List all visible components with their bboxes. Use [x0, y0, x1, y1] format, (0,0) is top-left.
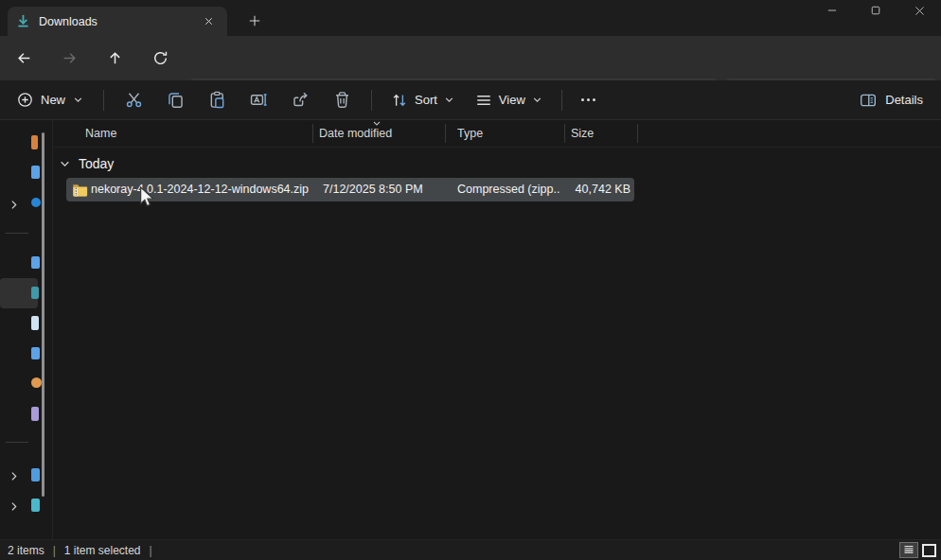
sidebar-item-documents[interactable] — [31, 316, 39, 330]
sort-button[interactable]: Sort — [381, 85, 465, 115]
file-row-selected[interactable]: nekoray-4.0.1-2024-12-12-windows64.zip 7… — [66, 178, 634, 201]
chevron-right-icon[interactable] — [9, 471, 19, 481]
toolbar-separator — [561, 90, 562, 111]
up-icon[interactable] — [99, 43, 130, 73]
new-tab-icon[interactable] — [242, 9, 267, 33]
file-name: nekoray-4.0.1-2024-12-12-windows64.zip — [91, 183, 309, 196]
file-size: 40,742 KB — [576, 183, 630, 196]
sidebar-separator — [6, 442, 28, 443]
navigation-pane — [0, 120, 53, 539]
toolbar-separator — [371, 90, 372, 111]
paste-button[interactable] — [196, 85, 238, 115]
file-type: Compressed (zipp... — [457, 183, 559, 196]
chevron-down-icon — [73, 95, 83, 105]
chevron-down-icon — [532, 95, 542, 105]
sort-label: Sort — [415, 93, 437, 107]
cut-icon — [125, 91, 143, 109]
paste-icon — [208, 91, 226, 109]
sidebar-item-music[interactable] — [31, 377, 42, 388]
tab-title: Downloads — [39, 15, 197, 28]
file-date-modified: 7/12/2025 8:50 PM — [323, 183, 423, 196]
sidebar-separator — [6, 233, 28, 234]
sidebar-item-downloads[interactable] — [31, 287, 39, 299]
details-view-icon — [903, 545, 914, 555]
selection-count: 1 item selected — [64, 544, 141, 557]
sidebar-item-onedrive[interactable] — [31, 198, 41, 207]
column-resize-handle[interactable] — [312, 124, 313, 143]
view-button[interactable]: View — [465, 85, 553, 115]
status-divider: | — [53, 544, 56, 557]
window-controls — [810, 0, 941, 21]
file-explorer-window: Downloads — [0, 0, 941, 560]
large-icons-view-toggle[interactable] — [922, 544, 936, 557]
view-list-icon — [475, 92, 492, 109]
share-button[interactable] — [279, 85, 321, 115]
chevron-down-icon[interactable] — [59, 158, 71, 170]
rename-button[interactable] — [238, 85, 279, 115]
delete-icon — [333, 91, 351, 109]
new-label: New — [41, 93, 65, 107]
sidebar-item-home[interactable] — [31, 135, 38, 149]
column-header-type[interactable]: Type — [457, 127, 483, 140]
sidebar-item-pictures[interactable] — [31, 347, 40, 359]
sidebar-item-gallery[interactable] — [31, 166, 40, 179]
chevron-right-icon[interactable] — [9, 200, 19, 210]
column-header-name[interactable]: Name — [85, 127, 116, 140]
group-header-today[interactable]: Today — [54, 152, 114, 175]
plus-circle-icon — [17, 92, 33, 108]
more-dots-icon — [581, 98, 595, 101]
sidebar-item-this-pc[interactable] — [31, 468, 40, 481]
details-label: Details — [885, 93, 923, 107]
minimize-icon[interactable] — [810, 0, 854, 21]
delete-button[interactable] — [321, 85, 363, 115]
forward-icon[interactable] — [54, 43, 84, 73]
cut-button[interactable] — [113, 85, 154, 115]
column-resize-handle[interactable] — [564, 124, 565, 143]
rename-icon — [250, 91, 268, 109]
sidebar-item-network[interactable] — [31, 499, 40, 512]
column-header-date-modified[interactable]: Date modified — [319, 127, 392, 140]
chevron-right-icon[interactable] — [9, 501, 19, 512]
maximize-icon[interactable] — [854, 0, 897, 21]
copy-icon — [167, 91, 185, 109]
view-label: View — [499, 93, 525, 107]
view-toggles — [899, 542, 936, 558]
status-divider: | — [150, 544, 152, 557]
details-pane-button[interactable]: Details — [849, 85, 933, 115]
share-icon — [292, 91, 310, 109]
tab-downloads[interactable]: Downloads — [8, 7, 227, 36]
titlebar: Downloads — [0, 0, 941, 36]
sort-icon — [391, 92, 408, 109]
group-label: Today — [79, 156, 114, 171]
close-icon[interactable] — [897, 0, 941, 21]
column-header-size[interactable]: Size — [571, 127, 594, 140]
back-icon[interactable] — [9, 43, 39, 73]
refresh-icon[interactable] — [145, 43, 175, 73]
details-view-toggle[interactable] — [899, 542, 918, 558]
sidebar-scrollbar[interactable] — [42, 132, 44, 497]
command-toolbar: New — [0, 80, 941, 120]
column-resize-handle[interactable] — [445, 124, 446, 143]
details-panel-icon — [860, 92, 877, 109]
file-list-area: Name Date modified Type Size Today — [54, 120, 941, 539]
more-options-button[interactable] — [571, 85, 607, 115]
new-button[interactable]: New — [6, 85, 95, 115]
chevron-down-icon — [444, 95, 454, 105]
sidebar-item-videos[interactable] — [31, 407, 39, 421]
column-resize-handle[interactable] — [637, 124, 638, 143]
sidebar-item-desktop[interactable] — [31, 256, 40, 269]
zip-folder-icon — [72, 182, 88, 198]
copy-button[interactable] — [154, 85, 196, 115]
navigation-bar: Downloads — [0, 36, 941, 80]
column-headers: Name Date modified Type Size — [54, 120, 941, 148]
item-count: 2 items — [8, 544, 44, 557]
sort-descending-icon — [372, 120, 382, 128]
tab-close-icon[interactable] — [197, 10, 220, 33]
status-bar: 2 items | 1 item selected | — [0, 539, 941, 560]
toolbar-separator — [103, 90, 104, 111]
download-icon — [15, 13, 31, 29]
